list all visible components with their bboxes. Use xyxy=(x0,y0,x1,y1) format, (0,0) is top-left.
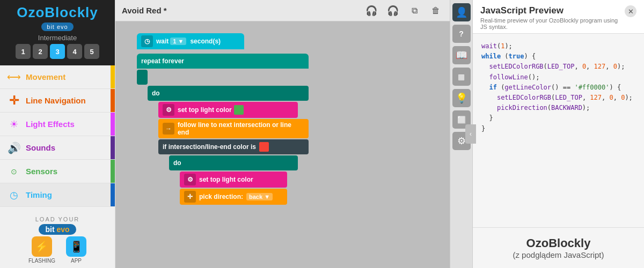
level-dot-3[interactable]: 3 xyxy=(50,44,65,59)
do-text: do xyxy=(152,90,160,97)
block-do-label: do xyxy=(148,86,309,101)
level-dot-5[interactable]: 5 xyxy=(84,44,99,59)
line-nav-label: Line Navigation xyxy=(26,96,86,105)
wait-value[interactable]: 1 ▼ xyxy=(170,38,186,45)
headphones1-icon[interactable]: 🎧 xyxy=(364,3,379,18)
bit-evo-badge: bit bit evoevo xyxy=(41,23,73,31)
level-label: Intermediate xyxy=(38,34,77,42)
repeat-text: repeat forever xyxy=(141,57,184,65)
block-inner-do: do xyxy=(169,155,298,170)
color-red-swatch[interactable] xyxy=(259,142,269,152)
wait-text: wait xyxy=(156,38,169,45)
canvas-wrapper: Avoid Red * 🎧 🎧 ⧉ 🗑 ◷ wait 1 ▼ second(s) xyxy=(115,0,472,268)
inner-do-blocks: ⚙ set top light color ✛ pick direction: … xyxy=(180,172,309,205)
main-canvas: Avoid Red * 🎧 🎧 ⧉ 🗑 ◷ wait 1 ▼ second(s) xyxy=(115,0,450,268)
sensors-bar xyxy=(111,160,115,183)
headphones2-icon[interactable]: 🎧 xyxy=(385,3,400,18)
flash-button-wrap: ⚡ FLASHING xyxy=(28,236,55,264)
clock-icon: ◷ xyxy=(141,35,153,47)
js-footer-subtitle: (z podglądem JavaScript) xyxy=(481,250,635,259)
js-footer-title: OzoBlockly xyxy=(481,236,635,250)
js-preview-panel: ‹ JavaScript Preview Real-time preview o… xyxy=(472,0,644,268)
light-set-icon: ⚙ xyxy=(163,104,174,116)
inner-do-section: do ⚙ set top light color ✛ pi xyxy=(169,155,309,205)
block-wait[interactable]: ◷ wait 1 ▼ second(s) xyxy=(137,33,244,49)
block-if[interactable]: if intersection/line-end color is xyxy=(158,139,309,154)
line-nav-icon: ✛ xyxy=(6,93,21,108)
block-set-light-1[interactable]: ⚙ set top light color xyxy=(158,102,298,118)
canvas-header: Avoid Red * 🎧 🎧 ⧉ 🗑 xyxy=(115,0,450,21)
timing-bar xyxy=(111,183,115,206)
evo-logo: bit evo xyxy=(39,225,76,234)
js-preview-footer: OzoBlockly (z podglądem JavaScript) xyxy=(473,227,644,268)
block-pick-direction[interactable]: ✛ pick direction: back ▼ xyxy=(180,189,287,205)
block-do xyxy=(137,70,148,85)
sidebar-item-light-effects[interactable]: ☀ Light Effects xyxy=(0,113,115,136)
sidebar-item-line-navigation[interactable]: ✛ Line Navigation xyxy=(0,89,115,113)
app-button[interactable]: 📱 xyxy=(66,236,86,257)
set-light-text-1: set top light color xyxy=(178,106,232,114)
js-preview-subtitle: Real-time preview of your OzoBlockly pro… xyxy=(480,17,625,30)
js-preview-header: JavaScript Preview Real-time preview of … xyxy=(473,0,644,34)
level-dot-2[interactable]: 2 xyxy=(33,44,48,59)
block-follow-line[interactable]: → follow line to next intersection or li… xyxy=(158,119,309,138)
inner-do-text: do xyxy=(173,159,181,167)
js-code: wait(1); while (true) { setLEDColorRGB(L… xyxy=(481,41,635,134)
sensors-label: Sensors xyxy=(26,167,57,176)
light-label: Light Effects xyxy=(26,120,75,129)
js-preview-title-area: JavaScript Preview Real-time preview of … xyxy=(480,5,625,30)
load-label: LOAD YOUR xyxy=(35,216,80,222)
level-dot-1[interactable]: 1 xyxy=(16,44,31,59)
toolbar-person-btn[interactable]: 👤 xyxy=(452,3,471,21)
direction-icon: ✛ xyxy=(184,191,196,203)
follow-text: follow line to next intersection or line… xyxy=(178,121,304,136)
sounds-label: Sounds xyxy=(26,143,55,152)
light-set-icon-2: ⚙ xyxy=(184,174,196,185)
level-dot-4[interactable]: 4 xyxy=(67,44,82,59)
direction-value[interactable]: back ▼ xyxy=(246,193,273,200)
if-text: if intersection/line-end color is xyxy=(163,143,256,151)
seconds-text: second(s) xyxy=(190,38,221,45)
collapse-button[interactable]: ‹ xyxy=(465,124,476,144)
js-close-button[interactable]: ✕ xyxy=(625,5,636,17)
do-section: do ⚙ set top light color → xyxy=(148,86,309,205)
line-nav-bar xyxy=(111,89,115,112)
js-preview-title: JavaScript Preview xyxy=(480,5,625,16)
sounds-icon: 🔊 xyxy=(6,140,21,155)
repeat-group: repeat forever do ⚙ s xyxy=(137,54,309,205)
canvas-body[interactable]: ◷ wait 1 ▼ second(s) repeat forever xyxy=(115,21,450,268)
sidebar-item-sensors[interactable]: ⊙ Sensors xyxy=(0,160,115,183)
light-bar xyxy=(111,113,115,136)
block-container: ◷ wait 1 ▼ second(s) repeat forever xyxy=(137,32,309,206)
logo: OzoBlockly xyxy=(17,4,98,21)
block-repeat[interactable]: repeat forever xyxy=(137,54,309,69)
movement-bar xyxy=(111,65,115,88)
toolbar-book-btn[interactable]: 📖 xyxy=(452,46,471,64)
block-set-light-2[interactable]: ⚙ set top light color xyxy=(180,172,287,188)
logo-ozo: Ozo xyxy=(17,4,45,20)
inner-blocks: ⚙ set top light color → follow line to n… xyxy=(158,102,309,205)
pick-text: pick direction: xyxy=(199,193,243,200)
flash-button[interactable]: ⚡ xyxy=(32,236,52,257)
logo-area: OzoBlockly bit bit evoevo Intermediate 1… xyxy=(0,0,115,65)
copy-icon[interactable]: ⧉ xyxy=(407,3,422,18)
sidebar-item-sounds[interactable]: 🔊 Sounds xyxy=(0,136,115,160)
light-icon: ☀ xyxy=(6,117,21,132)
color-green-swatch[interactable] xyxy=(234,105,244,115)
delete-icon[interactable]: 🗑 xyxy=(428,3,443,18)
toolbar-lightbulb-btn[interactable]: 💡 xyxy=(452,89,471,107)
sidebar-item-timing[interactable]: ◷ Timing xyxy=(0,183,115,207)
set-light-text-2: set top light color xyxy=(199,176,253,183)
js-code-area: wait(1); while (true) { setLEDColorRGB(L… xyxy=(473,34,644,227)
canvas-title: Avoid Red * xyxy=(122,6,357,15)
toolbar-grid-btn[interactable]: ▦ xyxy=(452,68,471,86)
follow-icon: → xyxy=(163,123,174,135)
movement-icon: ⟷ xyxy=(6,70,21,85)
movement-label: Movement xyxy=(26,72,65,81)
sidebar-item-movement[interactable]: ⟷ Movement xyxy=(0,65,115,89)
app-button-wrap: 📱 APP xyxy=(66,236,86,264)
toolbar-help-btn[interactable]: ? xyxy=(452,25,471,43)
logo-blockly: Blockly xyxy=(45,4,98,20)
load-area: LOAD YOUR bit evo ⚡ FLASHING 📱 APP xyxy=(0,212,115,268)
sidebar: OzoBlockly bit bit evoevo Intermediate 1… xyxy=(0,0,115,268)
